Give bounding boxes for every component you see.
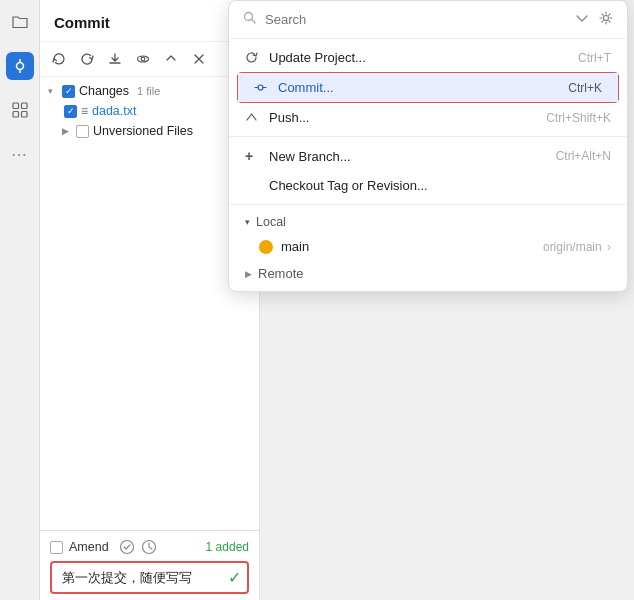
svg-rect-6 (21, 112, 27, 118)
svg-point-11 (120, 541, 133, 554)
local-label: Local (256, 215, 286, 229)
changes-item[interactable]: ▾ ✓ Changes 1 file (40, 81, 259, 101)
unversioned-label: Unversioned Files (93, 124, 193, 138)
unversioned-checkbox[interactable]: ✓ (76, 125, 89, 138)
branch-dot (259, 240, 273, 254)
sidebar-icon-grid[interactable] (6, 96, 34, 124)
up-btn[interactable] (160, 48, 182, 70)
commit-item[interactable]: Commit... Ctrl+K (238, 73, 618, 102)
new-branch-shortcut: Ctrl+Alt+N (556, 149, 611, 163)
changes-checkbox[interactable]: ✓ (62, 85, 75, 98)
branch-remote: origin/main › (543, 240, 611, 254)
amend-icons (119, 539, 157, 555)
main-branch-item[interactable]: main origin/main › (229, 233, 627, 260)
svg-rect-3 (13, 103, 19, 109)
sidebar-icon-folder[interactable] (6, 8, 34, 36)
clock-icon[interactable] (141, 539, 157, 555)
update-shortcut: Ctrl+T (578, 51, 611, 65)
amend-label: Amend (69, 540, 109, 554)
left-panel: Commit (40, 0, 260, 600)
tree-section: ▾ ✓ Changes 1 file ✓ ≡ dada.txt ▶ ✓ Unve… (40, 77, 259, 530)
new-branch-label: New Branch... (269, 149, 556, 164)
update-project-item[interactable]: Update Project... Ctrl+T (229, 43, 627, 72)
commit-message-input[interactable] (50, 561, 249, 594)
branch-section: + New Branch... Ctrl+Alt+N Checkout Tag … (229, 137, 627, 205)
file-name: dada.txt (92, 104, 136, 118)
eye-btn[interactable] (132, 48, 154, 70)
changes-label: Changes (79, 84, 129, 98)
download-btn[interactable] (104, 48, 126, 70)
sidebar-icon-vcs[interactable] (6, 52, 34, 80)
refresh-btn[interactable] (48, 48, 70, 70)
close-btn[interactable] (188, 48, 210, 70)
sidebar-icon-more[interactable]: ⋯ (6, 140, 34, 168)
amend-checkbox[interactable] (50, 541, 63, 554)
local-header: ▾ Local (229, 209, 627, 233)
new-branch-item[interactable]: + New Branch... Ctrl+Alt+N (229, 141, 627, 171)
checkout-item[interactable]: Checkout Tag or Revision... (229, 171, 627, 200)
update-project-label: Update Project... (269, 50, 578, 65)
remote-expand-arrow: ▶ (245, 269, 252, 279)
settings-icon[interactable] (599, 11, 613, 28)
push-label: Push... (269, 110, 546, 125)
unversioned-arrow: ▶ (62, 126, 72, 136)
panel-title: Commit (40, 0, 259, 42)
commit-label: Commit... (278, 80, 568, 95)
icon-sidebar: ⋯ (0, 0, 40, 600)
unversioned-item[interactable]: ▶ ✓ Unversioned Files (40, 121, 259, 141)
checkout-label: Checkout Tag or Revision... (269, 178, 611, 193)
vcs-dropdown: Update Project... Ctrl+T Commit... Ctrl+… (228, 0, 628, 292)
svg-point-16 (258, 85, 263, 90)
added-badge: 1 added (206, 540, 249, 554)
vcs-main-section: Update Project... Ctrl+T Commit... Ctrl+… (229, 39, 627, 137)
header-icons (575, 11, 613, 28)
svg-point-8 (141, 57, 145, 61)
svg-rect-5 (13, 112, 19, 118)
svg-line-14 (252, 20, 255, 23)
new-branch-icon: + (245, 148, 263, 164)
app-container: ⋯ Commit (0, 0, 634, 600)
remote-section[interactable]: ▶ Remote (229, 260, 627, 287)
svg-point-19 (263, 244, 269, 250)
branch-name: main (281, 239, 535, 254)
commit-shortcut: Ctrl+K (568, 81, 602, 95)
toolbar (40, 42, 259, 77)
push-item[interactable]: Push... Ctrl+Shift+K (229, 103, 627, 132)
bottom-area: Amend 1 added ✓ (40, 530, 259, 600)
push-shortcut: Ctrl+Shift+K (546, 111, 611, 125)
search-icon (243, 11, 257, 28)
local-expand-arrow[interactable]: ▾ (245, 217, 250, 227)
file-item[interactable]: ✓ ≡ dada.txt (40, 101, 259, 121)
svg-rect-4 (21, 103, 27, 109)
push-icon (245, 111, 263, 124)
expand-arrow: ▾ (48, 86, 58, 96)
commit-check-icon: ✓ (228, 568, 241, 587)
remote-label: Remote (258, 266, 304, 281)
undo-btn[interactable] (76, 48, 98, 70)
file-checkbox[interactable]: ✓ (64, 105, 77, 118)
amend-row: Amend 1 added (50, 539, 249, 555)
commit-icon (254, 81, 272, 94)
ai-icon[interactable] (119, 539, 135, 555)
commit-selected-box: Commit... Ctrl+K (237, 72, 619, 103)
svg-point-0 (16, 63, 23, 70)
update-icon (245, 51, 263, 64)
local-section: ▾ Local main origin/main › ▶ Remote (229, 205, 627, 291)
svg-point-13 (245, 13, 253, 21)
commit-input-row: ✓ (50, 561, 249, 594)
dropdown-search-input[interactable] (265, 12, 567, 27)
changes-count: 1 file (137, 85, 160, 97)
svg-point-15 (604, 16, 609, 21)
expand-icon[interactable] (575, 11, 589, 28)
file-icon: ≡ (81, 104, 88, 118)
chevron-right-icon: › (607, 240, 611, 254)
dropdown-header (229, 1, 627, 39)
